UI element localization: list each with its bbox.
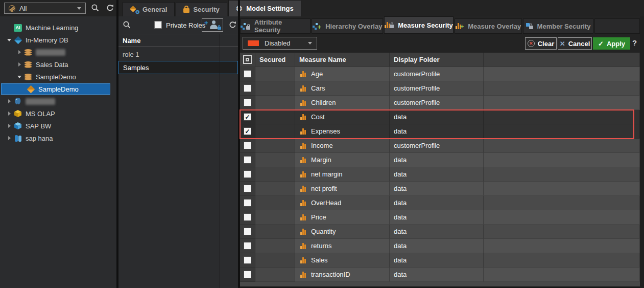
- display-folder: data: [394, 185, 407, 192]
- measure-row-overhead[interactable]: OverHeaddata: [240, 196, 640, 210]
- measure-row-margin[interactable]: Margindata: [240, 153, 640, 167]
- sap-bw-cube-icon: [14, 122, 22, 130]
- bar-chart-icon: [300, 114, 306, 120]
- add-role-button[interactable]: +: [202, 18, 223, 32]
- security-mode-dropdown[interactable]: Disabled: [243, 37, 317, 50]
- tree-item-sampledemo[interactable]: SampleDemo: [1, 83, 110, 95]
- tree-item-sales-data[interactable]: Sales Data: [0, 58, 116, 71]
- subtab-member-security[interactable]: Member Security: [523, 18, 593, 34]
- column-header-secured[interactable]: Secured: [255, 53, 295, 67]
- secured-checkbox-transactionid[interactable]: [244, 271, 251, 278]
- attribute-security-icon: [241, 23, 250, 30]
- tab-general[interactable]: ⚙General: [123, 2, 175, 16]
- display-folder-cell: data: [390, 110, 484, 124]
- select-all-checkbox[interactable]: [243, 55, 252, 64]
- tree-item-sap-hana[interactable]: sap hana: [0, 132, 116, 144]
- subtab-hierarchy-overlay[interactable]: +Hierarchy Overlay: [312, 18, 383, 34]
- display-folder: data: [394, 242, 407, 250]
- secured-checkbox-income[interactable]: [244, 142, 251, 149]
- database-icon: [25, 61, 32, 68]
- measure-row-children[interactable]: ChildrencustomerProfile: [240, 96, 640, 110]
- measure-row-age[interactable]: AgecustomerProfile: [240, 67, 640, 81]
- tree-item-redacted[interactable]: [0, 46, 116, 58]
- collapse-caret-icon[interactable]: [15, 73, 23, 81]
- panel-divider[interactable]: [238, 0, 240, 288]
- measure-name-cell: Cost: [295, 110, 390, 124]
- secured-cell: ✓: [240, 110, 255, 124]
- display-folder: customerProfile: [394, 99, 440, 106]
- tree-item-machine-learning[interactable]: AIMachine Learning: [0, 21, 116, 34]
- secured-checkbox-returns[interactable]: [244, 242, 251, 250]
- scope-dropdown[interactable]: All: [4, 3, 86, 14]
- subtab-measure-overlay[interactable]: +Measure Overlay: [455, 18, 522, 34]
- expand-caret-icon[interactable]: [5, 134, 13, 142]
- secured-checkbox-net-profit[interactable]: [244, 185, 251, 192]
- tree-item-in-memory-db[interactable]: In-Memory DB: [0, 34, 116, 46]
- column-header-display-folder[interactable]: Display Folder: [390, 53, 484, 67]
- expand-caret-icon[interactable]: [5, 109, 13, 118]
- right-edge-strip: [640, 16, 644, 288]
- expand-caret-icon[interactable]: [15, 60, 23, 69]
- subtab-measure-security[interactable]: Measure Security: [384, 16, 454, 34]
- search-icon[interactable]: [91, 4, 100, 12]
- lock-icon: [218, 27, 221, 30]
- measure-row-cost[interactable]: ✓Costdata: [240, 110, 640, 124]
- measure-row-sales[interactable]: Salesdata: [240, 253, 640, 268]
- bar-chart-icon: [300, 71, 306, 77]
- measure-name-cell: transactionID: [295, 268, 390, 282]
- measure-row-expenses[interactable]: ✓Expensesdata: [240, 124, 640, 139]
- collapse-caret-icon[interactable]: [5, 36, 13, 44]
- catalog-tree: AIMachine LearningIn-Memory DBSales Data…: [0, 21, 116, 144]
- panel-divider[interactable]: [116, 0, 118, 288]
- apply-button[interactable]: ✓ Apply: [593, 37, 630, 50]
- measures-grid: SecuredMeasure NameDisplay FolderAgecust…: [240, 53, 640, 282]
- content-tree-panel: AIMachine LearningIn-Memory DBSales Data…: [0, 16, 116, 288]
- measure-name: Margin: [311, 156, 331, 164]
- secured-checkbox-children[interactable]: [244, 99, 251, 106]
- tree-item-redacted[interactable]: [0, 95, 116, 107]
- column-header-measure-name[interactable]: Measure Name: [295, 53, 390, 67]
- tab-security[interactable]: Security: [176, 2, 227, 16]
- tree-item-sap-bw[interactable]: SAP BW: [0, 120, 116, 132]
- model-icon: [27, 85, 35, 93]
- measure-row-income[interactable]: IncomecustomerProfile: [240, 139, 640, 153]
- search-icon[interactable]: [123, 20, 131, 29]
- refresh-icon[interactable]: [106, 4, 114, 12]
- cancel-button-label: Cancel: [568, 40, 590, 48]
- measure-row-quantity[interactable]: Quantitydata: [240, 225, 640, 239]
- column-header-checkbox[interactable]: [240, 53, 255, 67]
- refresh-icon[interactable]: [228, 20, 237, 29]
- expand-caret-icon[interactable]: [5, 122, 13, 130]
- secured-checkbox-cost[interactable]: ✓: [244, 113, 251, 121]
- private-roles-checkbox[interactable]: [154, 21, 162, 29]
- secured-checkbox-margin[interactable]: [244, 156, 251, 164]
- expand-caret-icon[interactable]: [15, 48, 23, 56]
- measure-row-net-margin[interactable]: net margindata: [240, 167, 640, 182]
- measure-row-price[interactable]: Pricedata: [240, 210, 640, 225]
- secured-checkbox-quantity[interactable]: [244, 228, 251, 235]
- tree-item-sampledemo[interactable]: SampleDemo: [0, 71, 116, 83]
- secured-checkbox-cars[interactable]: [244, 84, 251, 92]
- help-button[interactable]: ?: [632, 38, 637, 47]
- secured-checkbox-net-margin[interactable]: [244, 170, 251, 178]
- secured-checkbox-price[interactable]: [244, 213, 251, 221]
- secured-checkbox-age[interactable]: [244, 70, 251, 78]
- measure-row-transactionid[interactable]: transactionIDdata: [240, 268, 640, 282]
- lock-icon: [183, 8, 189, 13]
- clear-button[interactable]: ✕ Clear: [525, 37, 557, 50]
- subtab-attribute-security[interactable]: Attribute Security: [240, 18, 311, 34]
- expand-caret-icon[interactable]: [5, 97, 13, 105]
- secured-checkbox-expenses[interactable]: ✓: [244, 127, 251, 135]
- tree-item-ms-olap[interactable]: MS OLAP: [0, 107, 116, 120]
- cancel-button[interactable]: ✕ Cancel: [558, 37, 592, 50]
- display-folder-cell: data: [390, 225, 484, 239]
- apply-button-label: Apply: [607, 40, 625, 48]
- measure-name-cell: Cars: [295, 81, 390, 96]
- measure-row-net-profit[interactable]: net profitdata: [240, 182, 640, 196]
- display-folder-cell: data: [390, 196, 484, 210]
- measure-row-returns[interactable]: returnsdata: [240, 239, 640, 253]
- secured-checkbox-overhead[interactable]: [244, 199, 251, 207]
- column-header-checkbox[interactable]: [484, 53, 640, 67]
- measure-row-cars[interactable]: CarscustomerProfile: [240, 81, 640, 96]
- secured-checkbox-sales[interactable]: [244, 256, 251, 264]
